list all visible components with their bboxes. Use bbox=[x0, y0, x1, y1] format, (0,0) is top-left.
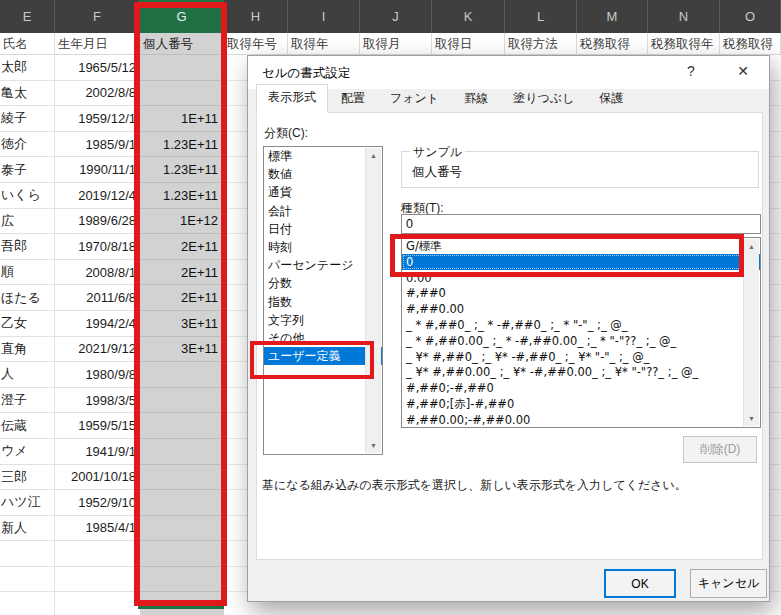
column-header[interactable]: J bbox=[360, 0, 432, 33]
column-header[interactable]: G bbox=[140, 0, 224, 33]
birth-date-cell[interactable]: 1985/9/1 bbox=[55, 132, 140, 158]
name-cell[interactable]: 泰子 bbox=[0, 157, 55, 183]
type-input[interactable] bbox=[401, 214, 761, 234]
format-code-scrollbar[interactable]: ▲ ▼ bbox=[743, 239, 759, 426]
birth-date-cell[interactable]: 2008/8/1 bbox=[55, 260, 140, 286]
personal-number-cell[interactable]: 1.23E+11 bbox=[140, 132, 224, 158]
column-header[interactable]: E bbox=[0, 0, 55, 33]
birth-date-cell[interactable]: 2002/8/8 bbox=[55, 81, 140, 107]
field-header-cell[interactable]: 生年月日 bbox=[55, 33, 140, 55]
name-cell[interactable]: 亀太 bbox=[0, 81, 55, 107]
field-header-cell[interactable]: 取得月 bbox=[360, 33, 432, 55]
column-header[interactable]: K bbox=[432, 0, 505, 33]
ok-button[interactable]: OK bbox=[604, 569, 676, 598]
personal-number-cell[interactable] bbox=[140, 362, 224, 388]
name-cell[interactable]: 新人 bbox=[0, 516, 55, 542]
name-cell[interactable] bbox=[0, 567, 55, 593]
personal-number-cell[interactable]: 1.23E+11 bbox=[140, 157, 224, 183]
personal-number-cell[interactable] bbox=[140, 81, 224, 107]
format-code-item[interactable]: _ * #,##0.00_ ;_ * -#,##0.00_ ;_ * "-"??… bbox=[402, 333, 760, 349]
birth-date-cell[interactable]: 1965/5/12 bbox=[55, 55, 140, 81]
name-cell[interactable]: 太郎 bbox=[0, 55, 55, 81]
scroll-down-icon[interactable]: ▼ bbox=[744, 411, 759, 426]
personal-number-cell[interactable] bbox=[140, 592, 224, 615]
format-code-item[interactable]: #,##0;[赤]-#,##0 bbox=[402, 396, 760, 412]
cancel-button[interactable]: キャンセル bbox=[690, 569, 767, 598]
format-code-item[interactable]: _ * #,##0_ ;_ * -#,##0_ ;_ * "-"_ ;_ @_ bbox=[402, 317, 760, 333]
birth-date-cell[interactable]: 1985/4/1 bbox=[55, 516, 140, 542]
name-cell[interactable]: 吾郎 bbox=[0, 234, 55, 260]
column-header[interactable]: H bbox=[224, 0, 288, 33]
personal-number-cell[interactable] bbox=[140, 465, 224, 491]
name-cell[interactable]: 三郎 bbox=[0, 465, 55, 491]
name-cell[interactable] bbox=[0, 592, 55, 615]
personal-number-cell[interactable] bbox=[140, 490, 224, 516]
column-header[interactable]: N bbox=[648, 0, 720, 33]
name-cell[interactable]: 直角 bbox=[0, 337, 55, 363]
personal-number-cell[interactable] bbox=[140, 413, 224, 439]
name-cell[interactable]: ハツ江 bbox=[0, 490, 55, 516]
field-header-cell[interactable]: 個人番号 bbox=[140, 33, 224, 55]
personal-number-cell[interactable]: 1.23E+11 bbox=[140, 183, 224, 209]
format-code-item[interactable]: _ ¥* #,##0_ ;_ ¥* -#,##0_ ;_ ¥* "-"_ ;_ … bbox=[402, 349, 760, 365]
scroll-down-icon[interactable]: ▼ bbox=[366, 438, 381, 453]
personal-number-cell[interactable]: 3E+11 bbox=[140, 311, 224, 337]
field-header-cell[interactable]: 取得年 bbox=[288, 33, 360, 55]
field-header-cell[interactable]: 税務取得年 bbox=[648, 33, 720, 55]
personal-number-cell[interactable] bbox=[140, 55, 224, 81]
name-cell[interactable]: ウメ bbox=[0, 439, 55, 465]
personal-number-cell[interactable] bbox=[140, 516, 224, 542]
field-header-cell[interactable]: 取得日 bbox=[432, 33, 505, 55]
birth-date-cell[interactable]: 1952/9/10 bbox=[55, 490, 140, 516]
help-icon[interactable]: ? bbox=[678, 63, 704, 83]
personal-number-cell[interactable]: 2E+11 bbox=[140, 260, 224, 286]
name-cell[interactable]: 乙女 bbox=[0, 311, 55, 337]
birth-date-cell[interactable]: 1994/2/4 bbox=[55, 311, 140, 337]
birth-date-cell[interactable]: 1980/9/8 bbox=[55, 362, 140, 388]
name-cell[interactable]: 徳介 bbox=[0, 132, 55, 158]
category-listbox[interactable]: 標準 数値 通貨 会計 日付 時刻 パーセンテージ 分数 bbox=[263, 146, 383, 455]
format-code-item[interactable]: 0.00 bbox=[402, 270, 760, 286]
dialog-tab[interactable]: 罫線 bbox=[452, 85, 500, 113]
name-cell[interactable]: 伝蔵 bbox=[0, 413, 55, 439]
birth-date-cell[interactable]: 2011/6/8 bbox=[55, 285, 140, 311]
birth-date-cell[interactable]: 1941/9/1 bbox=[55, 439, 140, 465]
birth-date-cell[interactable]: 2019/12/4 bbox=[55, 183, 140, 209]
birth-date-cell[interactable] bbox=[55, 541, 140, 567]
name-cell[interactable] bbox=[0, 541, 55, 567]
field-header-cell[interactable]: 税務取得 bbox=[720, 33, 781, 55]
scroll-up-icon[interactable]: ▲ bbox=[366, 148, 381, 163]
birth-date-cell[interactable]: 1970/8/18 bbox=[55, 234, 140, 260]
category-scrollbar[interactable]: ▲ ▼ bbox=[365, 148, 381, 453]
format-code-item[interactable]: #,##0.00 bbox=[402, 301, 760, 317]
personal-number-cell[interactable] bbox=[140, 541, 224, 567]
format-code-item[interactable]: #,##0 bbox=[402, 285, 760, 301]
format-code-item[interactable]: _ ¥* #,##0.00_ ;_ ¥* -#,##0.00_ ;_ ¥* "-… bbox=[402, 364, 760, 380]
close-icon[interactable]: ✕ bbox=[730, 63, 756, 83]
name-cell[interactable]: 順 bbox=[0, 260, 55, 286]
name-cell[interactable]: 広 bbox=[0, 209, 55, 235]
dialog-tab[interactable]: 配置 bbox=[329, 85, 377, 113]
birth-date-cell[interactable]: 1990/11/1 bbox=[55, 157, 140, 183]
dialog-tab[interactable]: 表示形式 bbox=[256, 84, 328, 113]
format-code-item[interactable]: #,##0;-#,##0 bbox=[402, 380, 760, 396]
personal-number-cell[interactable] bbox=[140, 439, 224, 465]
personal-number-cell[interactable]: 1E+12 bbox=[140, 209, 224, 235]
field-header-cell[interactable]: 取得年号 bbox=[224, 33, 288, 55]
field-header-cell[interactable]: 税務取得 bbox=[577, 33, 648, 55]
format-code-item[interactable]: G/標準 bbox=[402, 238, 760, 254]
birth-date-cell[interactable]: 1959/12/1 bbox=[55, 106, 140, 132]
birth-date-cell[interactable]: 2001/10/18 bbox=[55, 465, 140, 491]
birth-date-cell[interactable] bbox=[55, 592, 140, 615]
birth-date-cell[interactable]: 1989/6/28 bbox=[55, 209, 140, 235]
delete-button[interactable]: 削除(D) bbox=[683, 436, 757, 463]
personal-number-cell[interactable] bbox=[140, 388, 224, 414]
column-header[interactable]: L bbox=[505, 0, 577, 33]
birth-date-cell[interactable]: 1959/5/15 bbox=[55, 413, 140, 439]
scroll-up-icon[interactable]: ▲ bbox=[744, 239, 759, 254]
column-header[interactable]: F bbox=[55, 0, 140, 33]
column-header[interactable]: I bbox=[288, 0, 360, 33]
birth-date-cell[interactable] bbox=[55, 567, 140, 593]
dialog-tab[interactable]: 塗りつぶし bbox=[501, 85, 586, 113]
personal-number-cell[interactable]: 1E+11 bbox=[140, 106, 224, 132]
